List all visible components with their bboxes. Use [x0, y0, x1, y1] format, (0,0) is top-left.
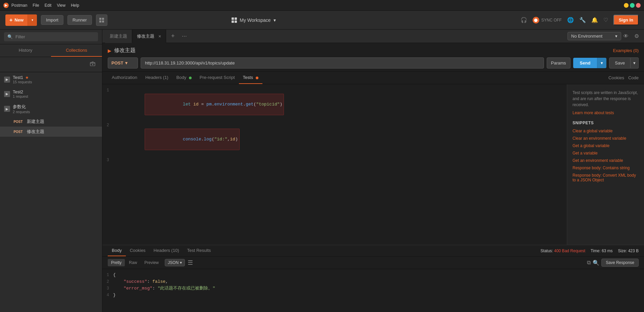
request-name: 新建主题 — [27, 119, 44, 125]
workspace-arrow: ▾ — [274, 17, 276, 23]
workspace-button[interactable]: My Workspace ▾ — [232, 17, 276, 23]
search-response-button[interactable]: 🔍 — [593, 260, 599, 266]
menu-view[interactable]: View — [57, 3, 65, 8]
headset-icon[interactable]: 🎧 — [521, 17, 527, 23]
content-area: 新建主题 修改主题 × + ··· No Environment ▾ 👁 ⚙ — [102, 30, 644, 312]
request-modify-topic[interactable]: POST 修改主题 — [0, 127, 102, 137]
collection-test1[interactable]: ▶ Test1 ★ 15 requests — [0, 72, 102, 87]
cookies-link[interactable]: Cookies — [608, 75, 624, 80]
examples-link[interactable]: Examples (0) — [613, 48, 639, 53]
save-response-button[interactable]: Save Response — [601, 259, 639, 267]
time-value: 63 ms — [602, 249, 613, 253]
editor-main[interactable]: 1 let id = pm.environment.get("topicid")… — [102, 84, 567, 245]
collection-info: 参数化 2 requests — [13, 104, 98, 114]
url-input[interactable] — [141, 57, 544, 69]
resp-tab-body[interactable]: Body — [108, 245, 126, 256]
snippet-response-xml[interactable]: Response body: Convert XML body to a JSO… — [573, 173, 639, 182]
sidebar-actions — [0, 57, 102, 72]
tab-label: 新建主题 — [110, 33, 127, 39]
line-content — [113, 157, 567, 164]
resp-tab-tests[interactable]: Test Results — [183, 245, 215, 256]
subtab-headers[interactable]: Headers (1) — [141, 72, 172, 84]
import-button[interactable]: Import — [41, 15, 63, 25]
app-title: Postman — [11, 3, 27, 8]
snippet-response-string[interactable]: Response body: Contains string — [573, 166, 639, 170]
builder-button[interactable] — [96, 14, 107, 26]
env-dropdown[interactable]: No Environment ▾ — [567, 32, 621, 40]
format-pretty[interactable]: Pretty — [108, 259, 125, 266]
learn-link[interactable]: Learn more about tests — [573, 110, 639, 115]
resp-line-2: 2 "success": false, — [102, 278, 644, 285]
resp-tab-headers[interactable]: Headers (10) — [150, 245, 183, 256]
save-dropdown[interactable]: ▾ — [631, 57, 639, 69]
subtab-tests[interactable]: Tests — [239, 72, 262, 84]
folder-plus-icon — [90, 61, 95, 66]
collection-test2[interactable]: ▶ Test2 1 request — [0, 87, 102, 101]
send-button[interactable]: Send — [573, 58, 597, 68]
send-dropdown[interactable]: ▾ — [597, 58, 606, 68]
collection-list: ▶ Test1 ★ 15 requests ▶ Test2 1 request … — [0, 72, 102, 312]
snippet-clear-env[interactable]: Clear an environment variable — [573, 136, 639, 141]
tab-new-topic[interactable]: 新建主题 — [105, 30, 132, 43]
format-align-icon[interactable]: ☰ — [188, 259, 193, 266]
subtab-body[interactable]: Body — [172, 72, 196, 84]
maximize-button[interactable] — [630, 3, 635, 8]
snippet-get-variable[interactable]: Get a variable — [573, 151, 639, 155]
toolbar: + New ▾ Import Runner My Workspace ▾ 🎧 ⬤… — [0, 11, 644, 30]
format-tabs: Pretty Raw Preview — [108, 259, 162, 266]
tab-modify-topic[interactable]: 修改主题 × — [132, 30, 166, 43]
runner-button[interactable]: Runner — [67, 15, 92, 25]
menu-edit[interactable]: Edit — [45, 3, 52, 8]
new-button[interactable]: + New — [5, 17, 28, 23]
code-link[interactable]: Code — [628, 75, 639, 80]
sidebar-filter-area: 🔍 — [0, 30, 102, 44]
line-number: 1 — [102, 87, 113, 94]
format-raw[interactable]: Raw — [126, 259, 140, 266]
status-label: Status: 400 Bad Request — [541, 249, 585, 253]
signin-button[interactable]: Sign In — [613, 15, 639, 25]
more-tabs-button[interactable]: ··· — [180, 32, 189, 41]
titlebar: ▶ Postman File Edit View Help — [0, 0, 644, 11]
tests-badge — [256, 77, 258, 79]
format-type-select[interactable]: JSON ▾ — [165, 259, 185, 266]
close-button[interactable] — [636, 3, 641, 8]
request-new-topic[interactable]: POST 新建主题 — [0, 117, 102, 127]
tab-collections[interactable]: Collections — [51, 44, 102, 57]
code-editor: 1 let id = pm.environment.get("topicid")… — [102, 84, 644, 245]
request-title-arrow[interactable]: ▶ — [108, 48, 111, 53]
bell-icon[interactable]: 🔔 — [591, 17, 598, 23]
method-select[interactable]: POST ▾ — [108, 57, 138, 69]
resp-tab-cookies[interactable]: Cookies — [126, 245, 150, 256]
sync-button[interactable]: ⬤ SYNC OFF — [533, 17, 562, 24]
toolbar-right: 🎧 ⬤ SYNC OFF 🌐 🔧 🔔 ♡ Sign In — [521, 15, 639, 25]
filter-input[interactable] — [15, 34, 95, 39]
body-badge — [189, 77, 192, 79]
snippet-get-env[interactable]: Get an environment variable — [573, 158, 639, 163]
subtab-authorization[interactable]: Authorization — [108, 72, 141, 84]
menu-help[interactable]: Help — [71, 3, 79, 8]
new-collection-button[interactable] — [87, 60, 98, 69]
plus-icon: + — [9, 17, 12, 23]
env-gear-button[interactable]: ⚙ — [632, 32, 641, 41]
heart-icon[interactable]: ♡ — [603, 17, 608, 23]
method-badge: POST — [12, 130, 24, 134]
format-preview[interactable]: Preview — [141, 259, 162, 266]
params-button[interactable]: Params — [547, 57, 571, 69]
tab-history[interactable]: History — [0, 44, 51, 57]
snippet-clear-global[interactable]: Clear a global variable — [573, 129, 639, 133]
env-eye-button[interactable]: 👁 — [621, 32, 631, 41]
subtab-prerequest[interactable]: Pre-request Script — [196, 72, 239, 84]
new-dropdown-arrow[interactable]: ▾ — [28, 14, 37, 26]
minimize-button[interactable] — [624, 3, 629, 8]
add-tab-button[interactable]: + — [168, 32, 178, 41]
close-tab-icon[interactable]: × — [158, 34, 161, 39]
globe-icon[interactable]: 🌐 — [567, 17, 574, 23]
tabs-actions: + ··· — [168, 32, 189, 41]
settings-icon[interactable]: 🔧 — [579, 17, 586, 23]
save-button-group: Save ▾ — [609, 57, 639, 69]
collection-params[interactable]: ▶ 参数化 2 requests — [0, 101, 102, 117]
save-button[interactable]: Save — [609, 57, 631, 69]
copy-response-button[interactable]: ⧉ — [587, 260, 591, 266]
snippet-get-global[interactable]: Get a global variable — [573, 143, 639, 148]
menu-file[interactable]: File — [33, 3, 39, 8]
